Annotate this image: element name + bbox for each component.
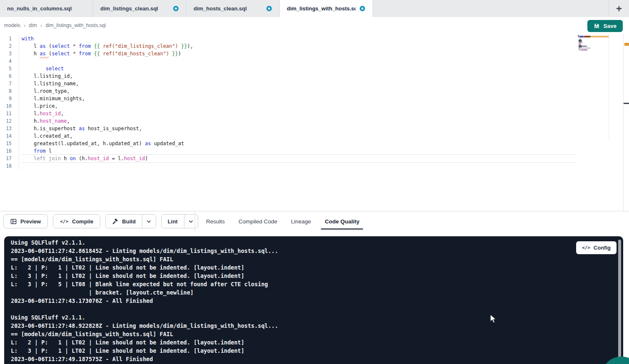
minimap-token	[583, 46, 587, 47]
line-number: 15	[0, 140, 19, 147]
config-button[interactable]: </> Config	[576, 241, 617, 254]
code-token: as	[145, 141, 151, 146]
line-number: 9	[0, 95, 19, 102]
code-token: as	[40, 43, 45, 49]
line-number: 14	[0, 132, 19, 140]
code-token	[46, 51, 49, 57]
new-tab-button[interactable]: +	[609, 0, 629, 17]
minimap-border	[609, 33, 609, 139]
toolbar-divider	[195, 211, 195, 231]
code-line[interactable]: greatest(l.updated_at, h.updated_at) as …	[22, 140, 576, 147]
code-token: h	[22, 51, 40, 57]
code-token: l.minimum_nights,	[22, 96, 85, 102]
code-line[interactable]: l.host_id,	[22, 110, 576, 117]
preview-button[interactable]: Preview	[3, 214, 48, 228]
code-line[interactable]	[22, 162, 576, 170]
editor-tab[interactable]: dim_hosts_clean.sql	[186, 0, 280, 17]
build-dropdown-button[interactable]	[142, 215, 156, 228]
unsaved-changes-icon[interactable]	[360, 6, 365, 11]
code-token	[70, 51, 73, 57]
editor-tab[interactable]: dim_listings_with_hosts.sql	[280, 0, 373, 17]
editor-tab[interactable]: no_nulls_in_columns.sql	[0, 0, 93, 17]
breadcrumb-bar: models›dim›dim_listings_with_hosts.sql S…	[0, 17, 629, 33]
terminal-line: L: 2 | P: 1 | LT02 | Line should not be …	[11, 263, 617, 272]
code-token: host_is_superhost,	[85, 126, 142, 131]
code-line[interactable]: left join h on (h.host_id = l.host_id)	[22, 155, 576, 162]
minimap-token	[590, 37, 590, 37]
minimap[interactable]	[578, 35, 609, 51]
code-editor[interactable]: 123456789101112131415161718 with l as (s…	[0, 33, 629, 211]
chevron-right-icon: ›	[40, 22, 42, 28]
tab-results[interactable]: Results	[206, 218, 225, 225]
code-token: }}	[172, 51, 178, 57]
code-token: with	[22, 36, 34, 42]
code-line[interactable]: h.is_superhost as host_is_superhost,	[22, 125, 576, 132]
code-line[interactable]: l.minimum_nights,	[22, 95, 576, 102]
code-token: l.listing_id,	[22, 73, 73, 79]
build-button-label: Build	[122, 218, 136, 225]
code-line[interactable]: with	[22, 35, 576, 42]
tab-code-quality[interactable]: Code Quality	[325, 218, 359, 225]
tab-compiled-code[interactable]: Compiled Code	[239, 218, 277, 225]
unsaved-changes-icon[interactable]	[173, 6, 179, 11]
code-token: ,	[61, 111, 64, 116]
line-number: 17	[0, 155, 19, 162]
code-line[interactable]: l as (select * from {{ ref("dim_listings…	[22, 42, 576, 50]
lint-dropdown-button[interactable]	[184, 215, 198, 228]
code-token: = l.	[109, 156, 124, 161]
code-token: }}	[181, 43, 187, 49]
code-line[interactable]: l.listing_name,	[22, 80, 576, 87]
code-token: ),	[187, 43, 193, 49]
toolbar-buttons: Preview</>CompileBuildLint	[3, 211, 198, 231]
chevron-down-icon	[146, 219, 152, 224]
code-line[interactable]: l.room_type,	[22, 87, 576, 95]
code-token: *	[73, 43, 76, 49]
code-line[interactable]: h.host_name,	[22, 117, 576, 125]
lint-marker-warning[interactable]	[624, 43, 629, 46]
code-line[interactable]: from l	[22, 147, 576, 155]
terminal-log: Using SQLFluff v2.1.1.2023-06-06T11:27:4…	[4, 236, 623, 363]
code-line[interactable]: h as (select * from {{ ref("dim_hosts_cl…	[22, 50, 576, 57]
tab-label: dim_hosts_clean.sql	[194, 5, 247, 12]
code-line[interactable]	[22, 57, 576, 65]
code-icon: </>	[60, 219, 68, 224]
tab-lineage[interactable]: Lineage	[291, 218, 311, 225]
save-button[interactable]: Save	[587, 20, 623, 32]
code-token: {{	[94, 51, 99, 57]
code-token: select	[46, 66, 64, 72]
code-token: l	[22, 43, 40, 49]
terminal-line: L: 3 | P: 1 | LT02 | Line should not be …	[11, 347, 617, 355]
unsaved-changes-icon[interactable]	[266, 6, 272, 11]
result-tabs: ResultsCompiled CodeLineageCode Quality	[206, 211, 359, 231]
code-token: host_id	[88, 156, 109, 161]
minimap-token	[584, 37, 589, 37]
code-token: )	[145, 156, 148, 161]
terminal-line: L: 3 | P: 1 | LT02 | Line should not be …	[11, 272, 617, 280]
line-number: 1	[0, 35, 19, 42]
code-line[interactable]: l.listing_id,	[22, 72, 576, 80]
compile-button[interactable]: </>Compile	[53, 214, 100, 228]
lint-button-group: Lint	[161, 214, 198, 228]
lint-button[interactable]: Lint	[162, 215, 184, 228]
code-line[interactable]: select	[22, 65, 576, 72]
breadcrumb: models›dim›dim_listings_with_hosts.sql	[4, 22, 106, 28]
minimap-token	[587, 50, 587, 50]
code-token: l.price,	[22, 103, 58, 109]
code-line[interactable]: l.created_at,	[22, 132, 576, 140]
editor-tab[interactable]: dim_listings_clean.sql	[93, 0, 186, 17]
terminal-line: == [models/dim/dim_listings_with_hosts.s…	[11, 330, 617, 338]
preview-button-label: Preview	[20, 218, 41, 225]
terminal-line	[11, 305, 617, 313]
line-number: 12	[0, 117, 19, 125]
code-token: ref("dim_listings_clean")	[103, 43, 178, 49]
code-token	[178, 43, 181, 49]
code-token: l.created_at,	[22, 133, 73, 139]
build-button[interactable]: Build	[106, 215, 142, 228]
terminal-scrollbar[interactable]	[618, 240, 621, 364]
code-token: host_id	[124, 156, 145, 161]
hammer-icon	[112, 218, 118, 225]
code-token: h	[61, 156, 70, 161]
tab-strip: no_nulls_in_columns.sqldim_listings_clea…	[0, 0, 373, 17]
breadcrumb-item: dim	[29, 22, 37, 28]
code-line[interactable]: l.price,	[22, 102, 576, 110]
